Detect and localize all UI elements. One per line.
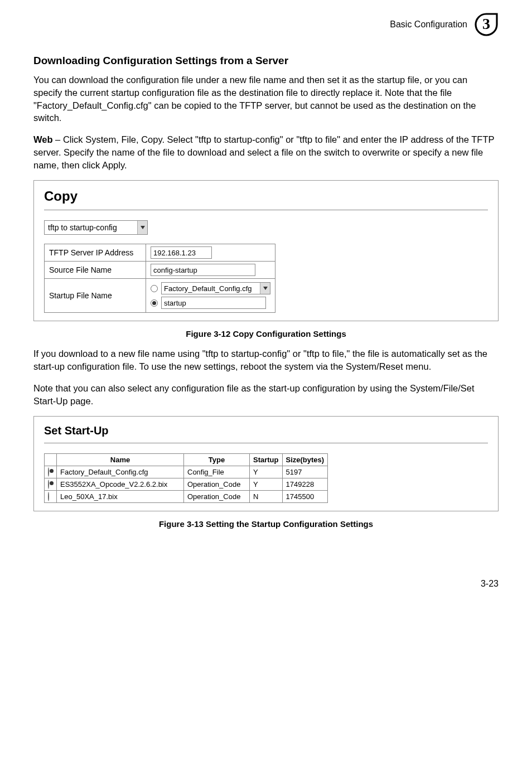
- section-heading: Downloading Configuration Settings from …: [33, 55, 499, 67]
- col-radio: [45, 454, 57, 466]
- cell-size: 5197: [282, 466, 328, 478]
- col-startup: Startup: [250, 454, 283, 466]
- cell-startup: Y: [250, 478, 283, 491]
- startup-file-label: Startup File Name: [45, 279, 146, 313]
- paragraph-1: You can download the configuration file …: [33, 74, 499, 124]
- paragraph-2-rest: – Click System, File, Copy. Select "tftp…: [33, 134, 494, 170]
- tftp-ip-input[interactable]: [151, 246, 212, 259]
- startup-option-existing[interactable]: Factory_Default_Config.cfg: [151, 281, 270, 296]
- row-radio-cell[interactable]: [45, 478, 57, 491]
- cell-size: 1749228: [282, 478, 328, 491]
- chevron-down-icon: [137, 221, 147, 234]
- copy-mode-value: tftp to startup-config: [45, 223, 137, 232]
- radio-selected-icon: [48, 467, 49, 477]
- cell-type: Operation_Code: [184, 491, 250, 503]
- startup-file-cell: Factory_Default_Config.cfg: [146, 279, 275, 313]
- row-radio-cell[interactable]: [45, 491, 57, 503]
- startup-option-new[interactable]: [151, 296, 270, 310]
- col-type: Type: [184, 454, 250, 466]
- col-size: Size(bytes): [282, 454, 328, 466]
- cell-startup: Y: [250, 466, 283, 478]
- cell-name: ES3552XA_Opcode_V2.2.6.2.bix: [57, 478, 184, 491]
- radio-unselected-icon: [151, 285, 158, 292]
- source-file-cell: [146, 262, 275, 279]
- cell-type: Operation_Code: [184, 478, 250, 491]
- set-startup-screenshot: Set Start-Up Name Type Startup Size(byte…: [33, 416, 499, 511]
- page-number: 3-23: [33, 579, 499, 606]
- startup-table: Name Type Startup Size(bytes) Factory_De…: [44, 453, 328, 503]
- copy-config-table: TFTP Server IP Address Source File Name …: [44, 244, 275, 313]
- startup-new-input[interactable]: [161, 297, 266, 309]
- table-row: ES3552XA_Opcode_V2.2.6.2.bix Operation_C…: [45, 478, 328, 491]
- source-file-label: Source File Name: [45, 262, 146, 279]
- table-row: Leo_50XA_17.bix Operation_Code N 1745500: [45, 491, 328, 503]
- cell-name: Factory_Default_Config.cfg: [57, 466, 184, 478]
- row-radio-cell[interactable]: [45, 466, 57, 478]
- table-header-row: Name Type Startup Size(bytes): [45, 454, 328, 466]
- chapter-badge: 3: [474, 12, 499, 37]
- set-startup-title: Set Start-Up: [44, 424, 488, 437]
- table-row: Source File Name: [45, 262, 275, 279]
- factory-config-value: Factory_Default_Config.cfg: [162, 284, 260, 293]
- divider: [44, 443, 488, 443]
- cell-name: Leo_50XA_17.bix: [57, 491, 184, 503]
- section-name: Basic Configuration: [390, 20, 467, 30]
- paragraph-2: Web – Click System, File, Copy. Select "…: [33, 133, 499, 171]
- radio-selected-icon: [151, 299, 158, 307]
- web-label: Web: [33, 134, 53, 144]
- radio-unselected-icon: [48, 492, 49, 501]
- copy-title: Copy: [44, 188, 488, 204]
- tftp-ip-label: TFTP Server IP Address: [45, 244, 146, 262]
- cell-type: Config_File: [184, 466, 250, 478]
- figure-2-caption: Figure 3-13 Setting the Startup Configur…: [33, 519, 499, 529]
- table-row: TFTP Server IP Address: [45, 244, 275, 262]
- col-name: Name: [57, 454, 184, 466]
- figure-1-caption: Figure 3-12 Copy Configuration Settings: [33, 329, 499, 338]
- copy-screenshot: Copy tftp to startup-config TFTP Server …: [33, 180, 499, 321]
- paragraph-3: If you download to a new file name using…: [33, 347, 499, 373]
- divider: [44, 210, 488, 210]
- copy-mode-dropdown[interactable]: tftp to startup-config: [44, 220, 148, 235]
- source-file-input[interactable]: [151, 264, 255, 276]
- cell-startup: N: [250, 491, 283, 503]
- factory-config-dropdown[interactable]: Factory_Default_Config.cfg: [161, 282, 270, 294]
- radio-selected-icon: [48, 480, 49, 489]
- table-row: Factory_Default_Config.cfg Config_File Y…: [45, 466, 328, 478]
- cell-size: 1745500: [282, 491, 328, 503]
- chevron-down-icon: [260, 283, 270, 294]
- page-header: Basic Configuration 3: [33, 0, 499, 41]
- table-row: Startup File Name Factory_Default_Config…: [45, 279, 275, 313]
- tftp-ip-cell: [146, 244, 275, 262]
- chapter-number: 3: [482, 15, 490, 33]
- paragraph-4: Note that you can also select any config…: [33, 382, 499, 408]
